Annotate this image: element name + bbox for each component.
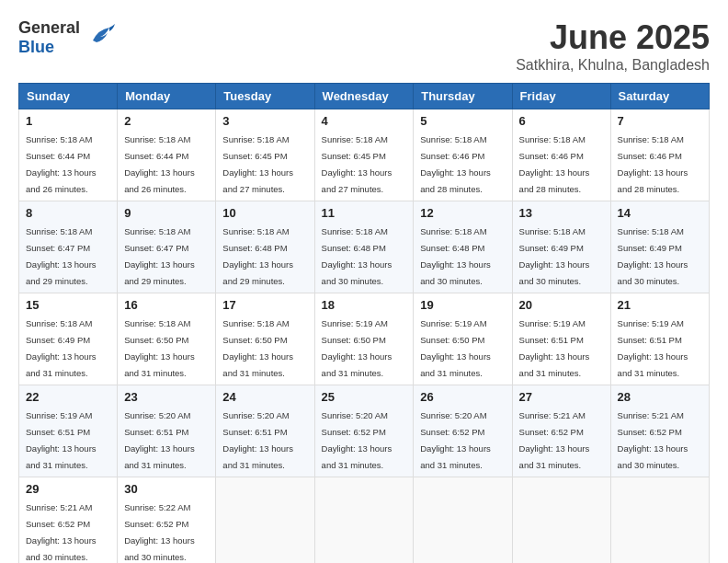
- calendar-header-row: SundayMondayTuesdayWednesdayThursdayFrid…: [19, 84, 710, 109]
- day-number: 13: [519, 206, 604, 220]
- title-area: June 2025 Satkhira, Khulna, Bangladesh: [516, 18, 710, 74]
- day-number: 23: [124, 390, 209, 404]
- calendar-week-row: 22 Sunrise: 5:19 AMSunset: 6:51 PMDaylig…: [19, 385, 710, 477]
- day-number: 28: [618, 390, 702, 404]
- day-cell: 3 Sunrise: 5:18 AMSunset: 6:45 PMDayligh…: [216, 109, 314, 201]
- calendar-week-row: 15 Sunrise: 5:18 AMSunset: 6:49 PMDaylig…: [19, 293, 710, 385]
- day-info: Sunrise: 5:18 AMSunset: 6:49 PMDaylight:…: [618, 226, 688, 286]
- column-header-monday: Monday: [118, 84, 216, 109]
- day-info: Sunrise: 5:19 AMSunset: 6:50 PMDaylight:…: [420, 318, 491, 378]
- day-cell: 1 Sunrise: 5:18 AMSunset: 6:44 PMDayligh…: [19, 109, 118, 201]
- day-info: Sunrise: 5:18 AMSunset: 6:46 PMDaylight:…: [618, 134, 688, 194]
- day-number: 8: [26, 206, 110, 220]
- day-cell: 2 Sunrise: 5:18 AMSunset: 6:44 PMDayligh…: [118, 109, 216, 201]
- day-info: Sunrise: 5:18 AMSunset: 6:49 PMDaylight:…: [26, 318, 97, 378]
- day-info: Sunrise: 5:18 AMSunset: 6:50 PMDaylight:…: [222, 318, 293, 378]
- calendar-week-row: 8 Sunrise: 5:18 AMSunset: 6:47 PMDayligh…: [19, 201, 710, 293]
- empty-cell: [610, 477, 709, 564]
- day-number: 1: [26, 114, 110, 128]
- day-cell: 29 Sunrise: 5:21 AMSunset: 6:52 PMDaylig…: [19, 477, 118, 564]
- day-cell: 24 Sunrise: 5:20 AMSunset: 6:51 PMDaylig…: [216, 385, 314, 477]
- day-info: Sunrise: 5:18 AMSunset: 6:44 PMDaylight:…: [26, 134, 97, 194]
- column-header-wednesday: Wednesday: [314, 84, 414, 109]
- day-cell: 6 Sunrise: 5:18 AMSunset: 6:46 PMDayligh…: [512, 109, 610, 201]
- day-cell: 30 Sunrise: 5:22 AMSunset: 6:52 PMDaylig…: [118, 477, 216, 564]
- day-info: Sunrise: 5:18 AMSunset: 6:44 PMDaylight:…: [124, 134, 195, 194]
- day-number: 11: [322, 206, 407, 220]
- day-number: 16: [124, 298, 209, 312]
- day-number: 27: [519, 390, 604, 404]
- day-cell: 4 Sunrise: 5:18 AMSunset: 6:45 PMDayligh…: [314, 109, 414, 201]
- day-cell: 13 Sunrise: 5:18 AMSunset: 6:49 PMDaylig…: [512, 201, 610, 293]
- day-number: 10: [222, 206, 307, 220]
- column-header-tuesday: Tuesday: [216, 84, 314, 109]
- column-header-thursday: Thursday: [414, 84, 512, 109]
- day-info: Sunrise: 5:18 AMSunset: 6:46 PMDaylight:…: [420, 134, 491, 194]
- day-cell: 12 Sunrise: 5:18 AMSunset: 6:48 PMDaylig…: [414, 201, 512, 293]
- day-info: Sunrise: 5:21 AMSunset: 6:52 PMDaylight:…: [618, 410, 688, 470]
- day-info: Sunrise: 5:18 AMSunset: 6:48 PMDaylight:…: [222, 226, 293, 286]
- day-info: Sunrise: 5:21 AMSunset: 6:52 PMDaylight:…: [519, 410, 590, 470]
- day-info: Sunrise: 5:18 AMSunset: 6:48 PMDaylight:…: [420, 226, 491, 286]
- day-cell: 5 Sunrise: 5:18 AMSunset: 6:46 PMDayligh…: [414, 109, 512, 201]
- day-cell: 22 Sunrise: 5:19 AMSunset: 6:51 PMDaylig…: [19, 385, 118, 477]
- day-number: 22: [26, 390, 110, 404]
- day-info: Sunrise: 5:19 AMSunset: 6:51 PMDaylight:…: [26, 410, 97, 470]
- day-cell: 20 Sunrise: 5:19 AMSunset: 6:51 PMDaylig…: [512, 293, 610, 385]
- day-cell: 26 Sunrise: 5:20 AMSunset: 6:52 PMDaylig…: [414, 385, 512, 477]
- day-info: Sunrise: 5:20 AMSunset: 6:52 PMDaylight:…: [420, 410, 491, 470]
- day-number: 6: [519, 114, 604, 128]
- day-number: 12: [420, 206, 505, 220]
- logo: General Blue: [18, 18, 117, 57]
- day-info: Sunrise: 5:18 AMSunset: 6:47 PMDaylight:…: [26, 226, 97, 286]
- day-number: 29: [26, 482, 110, 496]
- day-cell: 11 Sunrise: 5:18 AMSunset: 6:48 PMDaylig…: [314, 201, 414, 293]
- column-header-saturday: Saturday: [610, 84, 709, 109]
- empty-cell: [314, 477, 414, 564]
- day-number: 15: [26, 298, 110, 312]
- day-number: 18: [322, 298, 407, 312]
- day-number: 5: [420, 114, 505, 128]
- page-header: General Blue June 2025 Satkhira, Khulna,…: [18, 18, 710, 74]
- day-number: 7: [618, 114, 702, 128]
- day-info: Sunrise: 5:19 AMSunset: 6:51 PMDaylight:…: [618, 318, 688, 378]
- day-cell: 16 Sunrise: 5:18 AMSunset: 6:50 PMDaylig…: [118, 293, 216, 385]
- day-number: 19: [420, 298, 505, 312]
- day-number: 14: [618, 206, 702, 220]
- day-number: 4: [322, 114, 407, 128]
- day-number: 9: [124, 206, 209, 220]
- day-number: 20: [519, 298, 604, 312]
- calendar-table: SundayMondayTuesdayWednesdayThursdayFrid…: [18, 83, 710, 563]
- day-cell: 27 Sunrise: 5:21 AMSunset: 6:52 PMDaylig…: [512, 385, 610, 477]
- day-info: Sunrise: 5:19 AMSunset: 6:51 PMDaylight:…: [519, 318, 590, 378]
- day-number: 26: [420, 390, 505, 404]
- day-cell: 7 Sunrise: 5:18 AMSunset: 6:46 PMDayligh…: [610, 109, 709, 201]
- day-info: Sunrise: 5:18 AMSunset: 6:48 PMDaylight:…: [322, 226, 392, 286]
- day-number: 2: [124, 114, 209, 128]
- day-number: 30: [124, 482, 209, 496]
- day-cell: 21 Sunrise: 5:19 AMSunset: 6:51 PMDaylig…: [610, 293, 709, 385]
- day-info: Sunrise: 5:22 AMSunset: 6:52 PMDaylight:…: [124, 502, 195, 562]
- day-number: 21: [618, 298, 702, 312]
- day-number: 3: [222, 114, 307, 128]
- day-info: Sunrise: 5:18 AMSunset: 6:49 PMDaylight:…: [519, 226, 590, 286]
- empty-cell: [216, 477, 314, 564]
- day-number: 17: [222, 298, 307, 312]
- day-cell: 28 Sunrise: 5:21 AMSunset: 6:52 PMDaylig…: [610, 385, 709, 477]
- day-info: Sunrise: 5:21 AMSunset: 6:52 PMDaylight:…: [26, 502, 97, 562]
- day-cell: 8 Sunrise: 5:18 AMSunset: 6:47 PMDayligh…: [19, 201, 118, 293]
- calendar-week-row: 29 Sunrise: 5:21 AMSunset: 6:52 PMDaylig…: [19, 477, 710, 564]
- day-info: Sunrise: 5:19 AMSunset: 6:50 PMDaylight:…: [322, 318, 392, 378]
- day-number: 25: [322, 390, 407, 404]
- day-info: Sunrise: 5:18 AMSunset: 6:45 PMDaylight:…: [222, 134, 293, 194]
- day-info: Sunrise: 5:18 AMSunset: 6:50 PMDaylight:…: [124, 318, 195, 378]
- day-info: Sunrise: 5:18 AMSunset: 6:46 PMDaylight:…: [519, 134, 590, 194]
- day-info: Sunrise: 5:18 AMSunset: 6:47 PMDaylight:…: [124, 226, 195, 286]
- day-info: Sunrise: 5:20 AMSunset: 6:52 PMDaylight:…: [322, 410, 392, 470]
- day-number: 24: [222, 390, 307, 404]
- day-cell: 17 Sunrise: 5:18 AMSunset: 6:50 PMDaylig…: [216, 293, 314, 385]
- logo-blue: Blue: [18, 38, 80, 57]
- empty-cell: [512, 477, 610, 564]
- month-title: June 2025: [516, 18, 710, 57]
- empty-cell: [414, 477, 512, 564]
